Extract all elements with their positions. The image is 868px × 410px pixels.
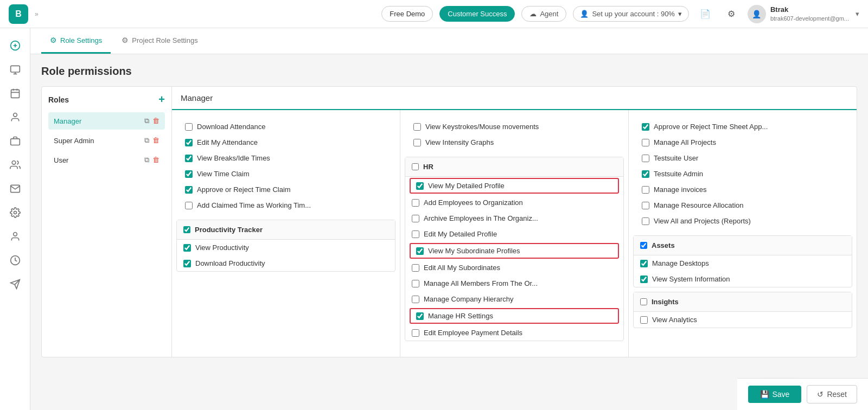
sidebar-item-mail[interactable] <box>4 178 26 200</box>
checkbox-hr-header[interactable] <box>412 163 419 170</box>
reset-button[interactable]: ↺ Reset <box>807 385 857 403</box>
checkbox-archive-employees[interactable] <box>412 215 419 222</box>
role-item-manager[interactable]: Manager ⧉ 🗑 <box>48 112 165 130</box>
role-name-manager: Manager <box>54 117 81 125</box>
sidebar-item-tv[interactable] <box>4 59 26 80</box>
checkbox-add-employees[interactable] <box>412 199 419 207</box>
hr-section: HR View My Detailed Profile Add Employee… <box>405 157 624 341</box>
document-icon-button[interactable]: 📄 <box>695 4 715 24</box>
permissions-content: Manager Download Attendance <box>172 87 857 357</box>
perm-manage-hr-settings: Manage HR Settings <box>410 308 619 324</box>
sidebar-item-briefcase[interactable] <box>4 130 26 152</box>
checkbox-view-subordinate-profiles[interactable] <box>416 247 424 255</box>
perm-view-detailed-profile: View My Detailed Profile <box>410 178 619 194</box>
perm-manage-all-members: Manage All Members From The Or... <box>405 276 623 291</box>
permissions-layout: Roles + Manager ⧉ 🗑 Super Admin ⧉ <box>41 86 857 357</box>
checkbox-download-productivity[interactable] <box>183 260 191 267</box>
delete-role-super-admin-icon[interactable]: 🗑 <box>152 136 159 145</box>
sidebar-item-person[interactable] <box>4 106 26 128</box>
insights-label: Insights <box>652 298 679 306</box>
checkbox-edit-subordinates[interactable] <box>412 264 419 272</box>
checkbox-download-attendance[interactable] <box>185 123 193 131</box>
tab-role-settings[interactable]: ⚙ Role Settings <box>41 28 111 54</box>
checkbox-approve-timesheet[interactable] <box>642 123 649 131</box>
label-view-intensity: View Intensity Graphs <box>425 138 494 146</box>
role-item-super-admin[interactable]: Super Admin ⧉ 🗑 <box>48 132 165 149</box>
bottom-bar: 💾 Save ↺ Reset <box>737 378 869 410</box>
save-button[interactable]: 💾 Save <box>748 386 802 403</box>
svg-point-6 <box>14 212 16 214</box>
checkbox-manage-hr-settings[interactable] <box>416 312 424 320</box>
perm-view-keystrokes: View Keystrokes/Mouse movements <box>407 119 622 134</box>
add-role-button[interactable]: + <box>158 93 165 106</box>
checkbox-approve-time-claim[interactable] <box>185 186 193 194</box>
checkbox-manage-all-members[interactable] <box>412 280 419 287</box>
checkbox-view-intensity[interactable] <box>413 139 421 146</box>
checkbox-testsuite-admin[interactable] <box>642 170 649 178</box>
checkbox-add-claimed-time[interactable] <box>185 202 193 209</box>
sidebar-item-group[interactable] <box>4 154 26 176</box>
checkbox-view-productivity[interactable] <box>183 244 191 252</box>
agent-button[interactable]: ☁ Agent <box>521 6 566 22</box>
label-view-breaks: View Breaks/Idle Times <box>197 154 270 162</box>
settings-icon-button[interactable]: ⚙ <box>722 4 741 24</box>
sidebar-item-clock[interactable] <box>4 249 26 271</box>
insights-section-header: Insights <box>634 292 852 312</box>
label-view-system-info: View System Information <box>652 275 730 283</box>
setup-icon: 👤 <box>580 10 589 18</box>
label-edit-detailed-profile: Edit My Detailed Profile <box>424 230 497 238</box>
checkbox-manage-all-projects[interactable] <box>642 139 649 146</box>
user-menu[interactable]: 👤 Btrak btrak607-development@gm... ▾ <box>748 5 859 23</box>
checkbox-manage-invoices[interactable] <box>642 186 649 194</box>
sidebar-item-calendar[interactable] <box>4 82 26 104</box>
app-logo: B <box>9 4 28 24</box>
perm-view-system-info: View System Information <box>634 271 852 287</box>
roles-panel: Roles + Manager ⧉ 🗑 Super Admin ⧉ <box>42 87 172 357</box>
setup-chevron-icon: ▾ <box>678 10 682 18</box>
free-demo-button[interactable]: Free Demo <box>381 6 433 22</box>
role-item-user[interactable]: User ⧉ 🗑 <box>48 151 165 169</box>
customer-success-button[interactable]: Customer Success <box>439 6 515 22</box>
checkbox-view-breaks[interactable] <box>185 155 193 162</box>
checkbox-manage-resource-allocation[interactable] <box>642 202 649 209</box>
checkbox-view-keystrokes[interactable] <box>413 123 421 131</box>
role-name-super-admin: Super Admin <box>54 137 94 145</box>
delete-role-icon[interactable]: 🗑 <box>152 117 159 125</box>
checkbox-manage-company-hierarchy[interactable] <box>412 296 419 303</box>
sidebar-item-send[interactable] <box>4 273 26 295</box>
setup-account-button[interactable]: 👤 Set up your account : 90% ▾ <box>573 6 688 22</box>
perm-approve-time-claim: Approve or Reject Time Claim <box>178 182 393 197</box>
assets-label: Assets <box>652 241 675 249</box>
checkbox-manage-desktops[interactable] <box>640 260 648 267</box>
productivity-tracker-label: Productivity Tracker <box>195 226 263 234</box>
label-add-employees: Add Employees to Organization <box>424 198 523 207</box>
tab-project-role-settings[interactable]: ⚙ Project Role Settings <box>113 28 206 54</box>
copy-role-user-icon[interactable]: ⧉ <box>144 156 149 164</box>
sidebar-item-home[interactable] <box>4 35 26 56</box>
checkbox-view-all-projects-reports[interactable] <box>642 217 649 225</box>
checkbox-view-time-claim[interactable] <box>185 170 193 178</box>
perm-manage-resource-allocation: Manage Resource Allocation <box>635 197 850 213</box>
perm-add-employees: Add Employees to Organization <box>405 195 623 210</box>
label-download-productivity: Download Productivity <box>195 259 265 267</box>
checkbox-productivity-tracker[interactable] <box>183 226 190 233</box>
perm-download-productivity: Download Productivity <box>177 255 395 271</box>
perm-col-2: View Keystrokes/Mouse movements View Int… <box>400 110 629 357</box>
checkbox-insights-header[interactable] <box>640 298 647 305</box>
sidebar-item-user-admin[interactable] <box>4 226 26 247</box>
assets-section: Assets Manage Desktops View System Infor… <box>633 235 852 287</box>
checkbox-view-system-info[interactable] <box>640 276 648 283</box>
checkbox-view-detailed-profile[interactable] <box>416 182 424 190</box>
page-title: Role permissions <box>41 65 857 78</box>
sidebar-item-settings[interactable] <box>4 202 26 223</box>
checkbox-testsuite-user[interactable] <box>642 155 649 162</box>
checkbox-edit-attendance[interactable] <box>185 139 193 146</box>
checkbox-view-analytics[interactable] <box>640 316 648 324</box>
checkbox-edit-payment-details[interactable] <box>412 329 419 337</box>
copy-role-super-admin-icon[interactable]: ⧉ <box>144 136 149 145</box>
insights-section: Insights View Analytics <box>633 292 852 328</box>
delete-role-user-icon[interactable]: 🗑 <box>152 156 159 164</box>
checkbox-edit-detailed-profile[interactable] <box>412 230 419 238</box>
copy-role-icon[interactable]: ⧉ <box>144 117 149 125</box>
checkbox-assets-header[interactable] <box>640 242 647 249</box>
